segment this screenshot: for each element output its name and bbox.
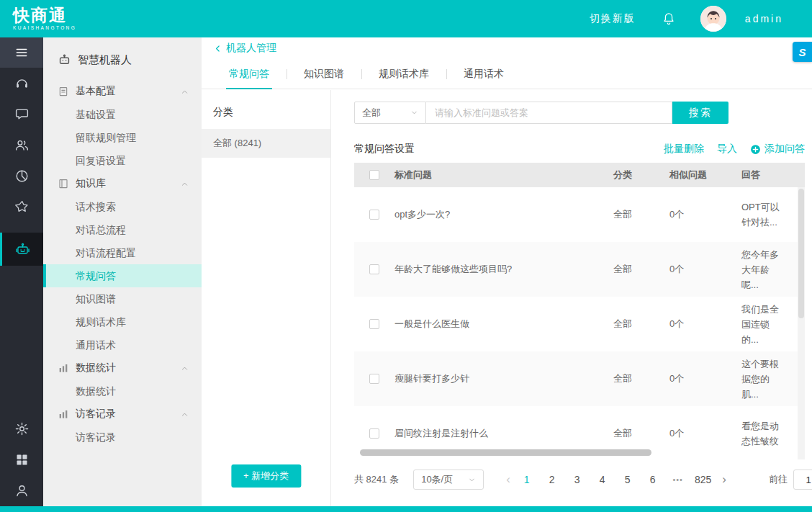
cell-similar: 0个 — [669, 208, 741, 221]
apps-icon[interactable] — [0, 444, 43, 475]
group-label: 访客记录 — [76, 408, 181, 421]
row-checkbox[interactable] — [369, 264, 379, 274]
tab-knowledge-graph[interactable]: 知识图谱 — [287, 59, 361, 89]
sidebar-item-script-search[interactable]: 话术搜索 — [43, 195, 202, 218]
tab-rule-script-lib[interactable]: 规则话术库 — [361, 59, 446, 89]
breadcrumb[interactable]: 机器人管理 — [202, 37, 812, 59]
search-button[interactable]: 搜索 — [672, 102, 728, 124]
header-similar: 相似问题 — [669, 169, 741, 181]
batch-delete-link[interactable]: 批量删除 — [664, 143, 704, 156]
chevron-up-icon — [181, 180, 189, 188]
cell-similar: 0个 — [669, 372, 741, 385]
pagination-bar: 共 8241 条 10条/页 ‹ 1 2 3 4 5 6 ••• 825 › — [354, 470, 805, 490]
bottom-accent-bar — [0, 506, 812, 512]
import-link[interactable]: 导入 — [717, 143, 737, 156]
group-label: 数据统计 — [76, 361, 181, 374]
table-row: 一般是什么医生做 全部 0个 我们是全国连锁的... — [354, 297, 805, 351]
switch-version-link[interactable]: 切换新版 — [590, 12, 636, 25]
search-input[interactable] — [426, 102, 672, 124]
cell-question: 一般是什么医生做 — [394, 318, 613, 331]
page-number-2[interactable]: 2 — [542, 474, 561, 485]
page-number-825[interactable]: 825 — [693, 474, 713, 485]
star-icon[interactable] — [0, 192, 43, 223]
answer-text: OPT可以针对祛... — [741, 199, 782, 230]
sidebar-group-knowledge-base[interactable]: 知识库 — [43, 172, 202, 195]
menu-icon[interactable] — [0, 37, 43, 68]
page-number-6[interactable]: 6 — [643, 474, 662, 485]
category-item-all[interactable]: 全部 (8241) — [202, 129, 330, 158]
group-label: 基本配置 — [76, 85, 181, 98]
cell-answer: OPT可以针对祛... — [741, 199, 805, 230]
add-qa-label: 添加问答 — [764, 143, 805, 156]
sidebar-item-regular-qa[interactable]: 常规问答 — [43, 264, 202, 287]
row-checkbox[interactable] — [369, 428, 379, 439]
goto-page-input[interactable] — [793, 470, 812, 490]
table-row: opt多少一次? 全部 0个 OPT可以针对祛... — [354, 187, 805, 242]
bell-icon[interactable] — [662, 12, 676, 26]
table-row: 瘦腿针要打多少针 全部 0个 这个要根据您的肌... — [354, 351, 805, 406]
sidebar-item-basic-settings[interactable]: 基础设置 — [43, 103, 202, 126]
cell-question: 眉间纹注射是注射什么 — [394, 427, 613, 440]
widget-logo-icon: S — [798, 46, 806, 58]
row-checkbox[interactable] — [369, 319, 379, 329]
sidebar-group-basic-config[interactable]: 基本配置 — [43, 80, 202, 103]
page-ellipsis[interactable]: ••• — [668, 475, 687, 484]
sidebar-item-dialog-flow[interactable]: 对话总流程 — [43, 218, 202, 241]
page-number-3[interactable]: 3 — [567, 474, 587, 485]
page-number-4[interactable]: 4 — [592, 474, 612, 485]
sidebar-item-general-scripts[interactable]: 通用话术 — [43, 333, 202, 356]
sidebar-group-data-statistics[interactable]: 数据统计 — [43, 356, 202, 379]
row-checkbox[interactable] — [369, 374, 379, 384]
row-checkbox-cell — [354, 210, 394, 220]
next-page-button[interactable]: › — [718, 472, 730, 487]
vertical-scrollbar-thumb[interactable] — [798, 189, 804, 318]
sidebar-item-knowledge-graph[interactable]: 知识图谱 — [43, 287, 202, 310]
category-panel: 分类 全部 (8241) + 新增分类 — [202, 90, 331, 506]
row-checkbox-cell — [354, 264, 394, 274]
page-size-value: 10条/页 — [421, 473, 453, 486]
sidebar-item-reply-settings[interactable]: 回复语设置 — [43, 149, 202, 172]
cell-category: 全部 — [613, 208, 669, 221]
filter-value: 全部 — [362, 107, 381, 120]
user-icon[interactable] — [0, 475, 43, 506]
category-filter-select[interactable]: 全部 — [354, 102, 426, 124]
main-content: 机器人管理 常规问答 知识图谱 规则话术库 通用话术 分类 全部 (8241) … — [202, 37, 812, 506]
sidebar-title-label: 智慧机器人 — [78, 53, 132, 67]
sidebar-item-dialog-flow-config[interactable]: 对话流程配置 — [43, 241, 202, 264]
sidebar-item-rule-script-lib[interactable]: 规则话术库 — [43, 310, 202, 333]
breadcrumb-label: 机器人管理 — [226, 42, 276, 55]
topbar-actions: 切换新版 admin — [590, 6, 812, 32]
cell-answer: 看您是动态性皱纹 — [741, 418, 805, 449]
username: admin — [745, 13, 783, 24]
tab-regular-qa[interactable]: 常规问答 — [212, 59, 287, 89]
contacts-icon[interactable] — [0, 130, 43, 161]
gear-icon[interactable] — [0, 413, 43, 444]
sidebar-item-contact-rules[interactable]: 留联规则管理 — [43, 126, 202, 149]
prev-page-button[interactable]: ‹ — [502, 472, 514, 487]
add-qa-button[interactable]: 添加问答 — [750, 143, 805, 156]
robot-icon[interactable] — [0, 233, 43, 266]
headset-icon[interactable] — [0, 68, 43, 99]
pie-chart-icon[interactable] — [0, 161, 43, 192]
tab-general-scripts[interactable]: 通用话术 — [446, 59, 521, 89]
row-checkbox[interactable] — [369, 210, 379, 220]
horizontal-scrollbar-thumb[interactable] — [360, 449, 651, 456]
bar-chart-icon — [58, 362, 69, 374]
row-checkbox-cell — [354, 374, 394, 384]
select-all-checkbox[interactable] — [369, 170, 379, 180]
cell-category: 全部 — [613, 318, 669, 331]
page-number-1[interactable]: 1 — [517, 474, 536, 485]
tab-bar: 常规问答 知识图谱 规则话术库 通用话术 — [202, 59, 812, 89]
sidebar-item-visitor-records[interactable]: 访客记录 — [43, 426, 202, 449]
chevron-down-icon — [410, 109, 418, 117]
page-size-select[interactable]: 10条/页 — [413, 470, 484, 490]
page-number-5[interactable]: 5 — [618, 474, 637, 485]
sidebar-group-visitor-records[interactable]: 访客记录 — [43, 403, 202, 426]
chat-bubble-icon[interactable] — [0, 99, 43, 130]
floating-widget-button[interactable]: S — [793, 42, 812, 62]
header-category: 分类 — [613, 169, 669, 181]
chevron-up-icon — [181, 364, 189, 372]
add-category-button[interactable]: + 新增分类 — [231, 464, 301, 488]
avatar[interactable] — [700, 6, 726, 32]
sidebar-item-data-statistics[interactable]: 数据统计 — [43, 379, 202, 403]
